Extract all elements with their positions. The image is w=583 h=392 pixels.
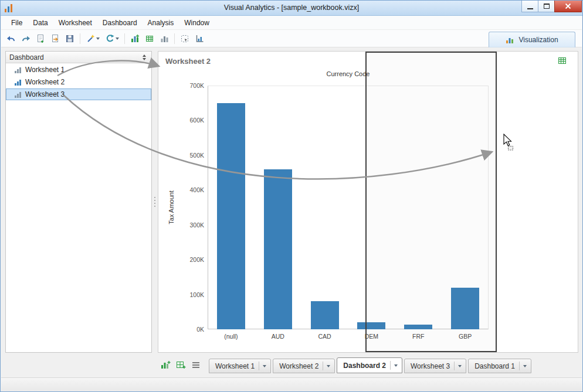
tab-dropdown-icon[interactable] xyxy=(323,362,330,370)
redo-button[interactable] xyxy=(19,32,32,45)
toolbar-separator xyxy=(80,33,80,44)
bar-chart-icon xyxy=(14,66,22,74)
add-table-icon xyxy=(145,34,154,43)
wizard-wand-icon xyxy=(86,34,95,43)
bar-aud[interactable] xyxy=(264,169,292,329)
tab-worksheet-1[interactable]: Worksheet 1 xyxy=(209,359,271,373)
sidebar-header-dropdown[interactable]: Dashboard xyxy=(6,52,151,63)
y-tick-label: 400K xyxy=(160,186,204,193)
y-tick-label: 500K xyxy=(160,152,204,159)
y-tick-label: 300K xyxy=(160,221,204,229)
caption-buttons xyxy=(521,1,582,12)
y-axis-label: Tax Amount xyxy=(168,190,175,224)
tab-visualization[interactable]: Visualization xyxy=(489,32,575,47)
tab-worksheet-2[interactable]: Worksheet 2 xyxy=(273,359,335,373)
sheet-strip-icons xyxy=(158,358,201,373)
maximize-button[interactable] xyxy=(538,1,555,12)
menu-item-dashboard[interactable]: Dashboard xyxy=(97,16,143,29)
bar-chart-icon xyxy=(160,34,169,43)
x-tick-label: (null) xyxy=(208,333,255,340)
wizard-dropdown-icon xyxy=(96,38,100,40)
marquee-select-button[interactable] xyxy=(178,32,191,45)
status-bar xyxy=(1,377,582,391)
add-table-button[interactable] xyxy=(143,32,156,45)
toolbar-separator xyxy=(124,33,125,44)
y-tick-label: 700K xyxy=(160,82,204,89)
refresh-button[interactable] xyxy=(103,32,121,45)
canvas-corner-table-icon[interactable] xyxy=(558,56,567,67)
sidebar-item-worksheet-1[interactable]: Worksheet 1 xyxy=(6,64,151,76)
marquee-select-icon xyxy=(180,34,189,43)
open-icon xyxy=(50,34,60,43)
visualization-tab-icon xyxy=(506,36,514,44)
menu-item-data[interactable]: Data xyxy=(28,16,53,29)
bar-chart-icon xyxy=(14,91,22,98)
sidebar: Dashboard Worksheet 1Worksheet 2Workshee… xyxy=(5,51,152,353)
window-title: Visual Analytics - [sample_workbook.vizx… xyxy=(1,4,582,12)
sidebar-item-worksheet-3[interactable]: Worksheet 3 xyxy=(6,88,151,100)
splitter-grip-icon xyxy=(154,197,155,207)
y-tick-label: 600K xyxy=(160,117,204,124)
minimize-icon xyxy=(527,8,533,9)
title-bar: Visual Analytics - [sample_workbook.vizx… xyxy=(1,1,582,16)
sidebar-spinner-icon[interactable] xyxy=(141,53,148,62)
sheet-list-icon[interactable] xyxy=(191,361,201,371)
minimize-button[interactable] xyxy=(521,1,538,12)
sidebar-item-worksheet-2[interactable]: Worksheet 2 xyxy=(6,76,151,88)
sidebar-list: Worksheet 1Worksheet 2Worksheet 3 xyxy=(6,64,151,100)
tab-label: Worksheet 1 xyxy=(215,362,255,370)
open-button[interactable] xyxy=(49,32,62,45)
redo-icon xyxy=(21,34,30,43)
y-tick-label: 100K xyxy=(160,291,204,298)
sheet-tabs: Worksheet 1Worksheet 2Dashboard 2Workshe… xyxy=(209,357,533,373)
sheet-tab-strip: Worksheet 1Worksheet 2Dashboard 2Workshe… xyxy=(158,356,578,373)
menu-item-window[interactable]: Window xyxy=(179,16,215,29)
panel-title: Worksheet 2 xyxy=(165,57,211,66)
tab-label: Dashboard 2 xyxy=(343,362,386,370)
bar-chart-icon xyxy=(14,79,22,86)
new-dashboard-icon[interactable] xyxy=(176,360,186,371)
tab-dashboard-1[interactable]: Dashboard 1 xyxy=(468,359,531,373)
tab-dropdown-icon[interactable] xyxy=(519,362,527,370)
bar-chart-button[interactable] xyxy=(158,32,171,45)
add-graph-icon xyxy=(130,34,140,43)
x-tick-label: CAD xyxy=(301,333,348,340)
close-button[interactable] xyxy=(554,1,582,12)
new-document-button[interactable] xyxy=(34,32,47,45)
undo-icon xyxy=(6,34,16,43)
maximize-icon xyxy=(544,4,550,9)
tab-worksheet-3[interactable]: Worksheet 3 xyxy=(404,359,466,373)
new-worksheet-icon[interactable] xyxy=(161,360,171,371)
visualization-tab-label: Visualization xyxy=(518,36,558,44)
drag-drop-placeholder[interactable] xyxy=(365,52,497,352)
tab-label: Dashboard 1 xyxy=(474,362,515,370)
y-tick-label: 0K xyxy=(160,326,204,333)
save-icon xyxy=(65,34,74,43)
tab-dashboard-2[interactable]: Dashboard 2 xyxy=(337,357,402,373)
undo-button[interactable] xyxy=(5,32,18,45)
menu-item-worksheet[interactable]: Worksheet xyxy=(53,16,97,29)
sidebar-item-label: Worksheet 2 xyxy=(25,78,65,86)
axes-button[interactable] xyxy=(193,32,206,45)
refresh-dropdown-icon xyxy=(116,38,119,40)
tab-label: Worksheet 2 xyxy=(279,362,318,370)
tab-dropdown-icon[interactable] xyxy=(390,361,398,370)
bar-null[interactable] xyxy=(217,103,245,329)
dashboard-canvas: Worksheet 2 Currency Code Tax Amount 0K1… xyxy=(158,51,578,353)
sidebar-item-label: Worksheet 1 xyxy=(25,66,65,74)
y-tick-label: 200K xyxy=(160,256,204,263)
add-graph-button[interactable] xyxy=(128,32,141,45)
save-button[interactable] xyxy=(63,32,76,45)
bar-cad[interactable] xyxy=(311,301,339,329)
menu-item-analysis[interactable]: Analysis xyxy=(143,16,179,29)
close-icon xyxy=(565,3,571,9)
tab-dropdown-icon[interactable] xyxy=(259,362,266,370)
tab-label: Worksheet 3 xyxy=(411,362,450,370)
axes-icon xyxy=(195,34,204,43)
wizard-button[interactable] xyxy=(84,32,101,45)
new-document-icon xyxy=(36,34,45,43)
menu-item-file[interactable]: File xyxy=(6,16,28,29)
tab-dropdown-icon[interactable] xyxy=(454,362,462,370)
pane-splitter[interactable] xyxy=(152,51,158,353)
sidebar-item-label: Worksheet 3 xyxy=(25,90,65,98)
